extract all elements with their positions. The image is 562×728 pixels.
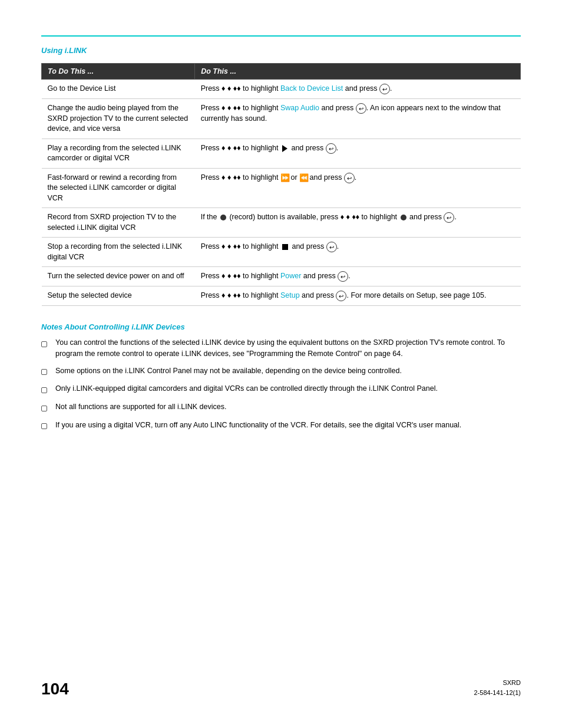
col1-header: To Do This ... — [42, 64, 195, 80]
rew-icon: ⏪ — [299, 173, 308, 183]
record-icon-2 — [401, 215, 406, 220]
col2-header: Do This ... — [195, 64, 521, 80]
record-icon — [220, 215, 226, 220]
dothis-cell: Press ♦ ♦ ♦♦ to highlight Setup and pres… — [195, 286, 521, 306]
dothis-cell: Press ♦ ♦ ♦♦ to highlight Power and pres… — [195, 267, 521, 286]
section2-title: Notes About Controlling i.LINK Devices — [41, 322, 521, 331]
back-to-device-list-link: Back to Device List — [280, 84, 343, 93]
enter-icon: ↩ — [326, 143, 336, 154]
todo-cell: Go to the Device List — [42, 80, 195, 99]
enter-icon: ↩ — [344, 173, 355, 183]
enter-icon: ↩ — [338, 271, 348, 282]
footer-info: SXRD 2-584-141-12(1) — [474, 678, 521, 699]
power-link: Power — [280, 272, 301, 280]
page-number: 104 — [41, 680, 69, 699]
dothis-cell: Press ♦ ♦ ♦♦ to highlight Swap Audio and… — [195, 99, 521, 139]
todo-cell: Play a recording from the selected i.LIN… — [42, 139, 195, 168]
play-icon — [282, 145, 287, 152]
table-row: Stop a recording from the selected i.LIN… — [42, 238, 521, 267]
enter-icon: ↩ — [444, 212, 454, 223]
table-row: Change the audio being played from the S… — [42, 99, 521, 139]
setup-link: Setup — [280, 291, 300, 299]
footer-model: SXRD — [474, 678, 521, 689]
dothis-cell: Press ♦ ♦ ♦♦ to highlight ⏩ or ⏪ and pre… — [195, 168, 521, 208]
bullet-icon — [41, 367, 52, 378]
note-text: Not all functions are supported for all … — [55, 401, 226, 413]
note-text: You can control the functions of the sel… — [55, 337, 521, 360]
list-item: Some options on the i.LINK Control Panel… — [41, 365, 521, 378]
todo-cell: Stop a recording from the selected i.LIN… — [42, 238, 195, 267]
todo-cell: Turn the selected device power on and of… — [42, 267, 195, 286]
list-item: Not all functions are supported for all … — [41, 401, 521, 414]
dothis-cell: Press ♦ ♦ ♦♦ to highlight and press ↩. — [195, 139, 521, 168]
note-text: If you are using a digital VCR, turn off… — [55, 420, 461, 431]
table-row: Record from SXRD projection TV to the se… — [42, 208, 521, 238]
list-item: You can control the functions of the sel… — [41, 337, 521, 360]
enter-icon: ↩ — [356, 103, 366, 114]
dothis-cell: Press ♦ ♦ ♦♦ to highlight and press ↩. — [195, 238, 521, 267]
list-item: Only i.LINK-equipped digital camcorders … — [41, 383, 521, 396]
table-row: Fast-forward or rewind a recording from … — [42, 168, 521, 208]
stop-icon — [282, 244, 288, 250]
bullet-icon — [41, 384, 52, 396]
enter-icon: ↩ — [326, 242, 337, 252]
todo-cell: Change the audio being played from the S… — [42, 99, 195, 139]
ff-icon: ⏩ — [280, 173, 289, 183]
notes-list: You can control the functions of the sel… — [41, 337, 521, 432]
bullet-icon — [41, 338, 52, 350]
dothis-cell: Press ♦ ♦ ♦♦ to highlight Back to Device… — [195, 80, 521, 99]
table-row: Setup the selected device Press ♦ ♦ ♦♦ t… — [42, 286, 521, 306]
todo-cell: Fast-forward or rewind a recording from … — [42, 168, 195, 208]
ilink-table: To Do This ... Do This ... Go to the Dev… — [41, 63, 521, 306]
enter-icon: ↩ — [379, 84, 390, 94]
bullet-icon — [41, 421, 52, 432]
dothis-cell: If the (record) button is available, pre… — [195, 208, 521, 238]
top-rule — [41, 35, 521, 37]
footer-code: 2-584-141-12(1) — [474, 688, 521, 699]
enter-icon: ↩ — [336, 291, 346, 301]
swap-audio-link: Swap Audio — [280, 104, 319, 112]
table-row: Turn the selected device power on and of… — [42, 267, 521, 286]
note-text: Only i.LINK-equipped digital camcorders … — [55, 383, 438, 394]
table-row: Go to the Device List Press ♦ ♦ ♦♦ to hi… — [42, 80, 521, 99]
list-item: If you are using a digital VCR, turn off… — [41, 420, 521, 432]
bullet-icon — [41, 403, 52, 414]
table-row: Play a recording from the selected i.LIN… — [42, 139, 521, 168]
note-text: Some options on the i.LINK Control Panel… — [55, 365, 402, 377]
todo-cell: Setup the selected device — [42, 286, 195, 306]
section1-title: Using i.LINK — [41, 46, 521, 55]
todo-cell: Record from SXRD projection TV to the se… — [42, 208, 195, 238]
